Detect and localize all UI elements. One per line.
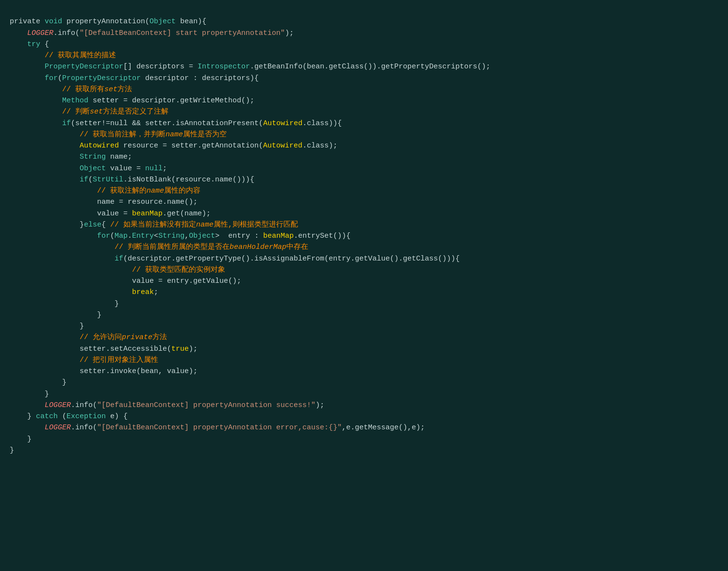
code-line-35: LOGGER.info("[DefaultBeanContext] proper… <box>10 401 324 409</box>
code-line-13: String name; <box>10 153 132 161</box>
code-line-14: Object value = null; <box>10 164 167 173</box>
code-line-15: if(StrUtil.isNotBlank(resource.name())){ <box>10 176 254 184</box>
code-line-18: value = beanMap.get(name); <box>10 210 211 218</box>
code-line-37: LOGGER.info("[DefaultBeanContext] proper… <box>10 424 425 432</box>
code-line-11: // 获取当前注解，并判断name属性是否为空 <box>10 131 227 139</box>
code-line-5: PropertyDescriptor[] descriptors = Intro… <box>10 63 490 71</box>
code-line-20: for(Map.Entry<String,Object> entry : bea… <box>10 232 350 240</box>
code-line-39: } <box>10 446 14 455</box>
code-line-21: // 判断当前属性所属的类型是否在beanHolderMap中存在 <box>10 243 308 251</box>
code-line-8: Method setter = descriptor.getWriteMetho… <box>10 97 254 105</box>
code-line-24: value = entry.getValue(); <box>10 277 241 285</box>
code-line-38: } <box>10 435 32 443</box>
code-line-28: } <box>10 322 84 330</box>
code-line-3: try { <box>10 40 49 49</box>
code-line-4: // 获取其属性的描述 <box>10 51 116 60</box>
code-line-17: name = resource.name(); <box>10 198 198 206</box>
code-line-29: // 允许访问private方法 <box>10 333 167 342</box>
code-line-10: if(setter!=null && setter.isAnnotationPr… <box>10 119 342 128</box>
code-line-6: for(PropertyDescriptor descriptor : desc… <box>10 74 259 82</box>
code-line-16: // 获取注解的name属性的内容 <box>10 187 200 195</box>
code-viewer: private void propertyAnnotation(Object b… <box>10 5 718 456</box>
code-line-19: }else{ // 如果当前注解没有指定name属性,则根据类型进行匹配 <box>10 221 298 229</box>
code-line-2: LOGGER.info("[DefaultBeanContext] start … <box>10 29 294 37</box>
code-line-36: } catch (Exception e) { <box>10 412 128 421</box>
code-line-22: if(descriptor.getPropertyType().isAssign… <box>10 255 460 263</box>
code-line-34: } <box>10 390 49 398</box>
code-line-26: } <box>10 300 119 308</box>
code-line-33: } <box>10 378 66 387</box>
code-line-25: break; <box>10 288 158 296</box>
code-line-7: // 获取所有set方法 <box>10 85 132 94</box>
code-line-9: // 判断set方法是否定义了注解 <box>10 108 168 116</box>
code-line-23: // 获取类型匹配的实例对象 <box>10 266 225 274</box>
code-line-1: private void propertyAnnotation(Object b… <box>10 17 206 26</box>
code-line-32: setter.invoke(bean, value); <box>10 367 198 375</box>
code-line-30: setter.setAccessible(true); <box>10 345 198 353</box>
code-line-31: // 把引用对象注入属性 <box>10 356 158 364</box>
code-line-27: } <box>10 311 101 319</box>
code-line-12: Autowired resource = setter.getAnnotatio… <box>10 142 337 150</box>
